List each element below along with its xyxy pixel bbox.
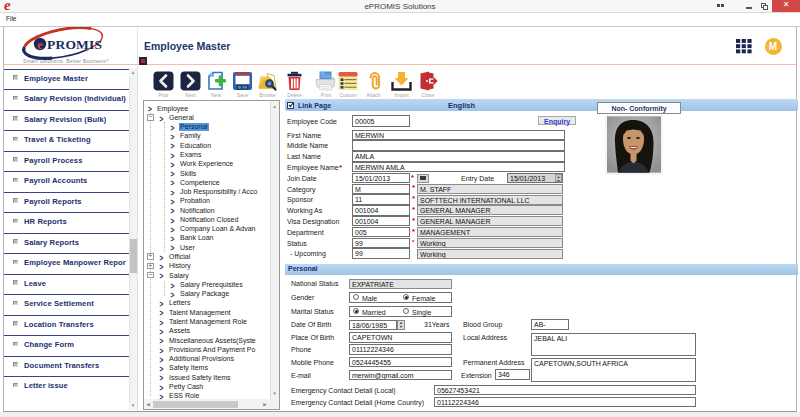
svg-text:e: e (37, 38, 43, 52)
svg-text:PROMIS: PROMIS (47, 37, 102, 52)
